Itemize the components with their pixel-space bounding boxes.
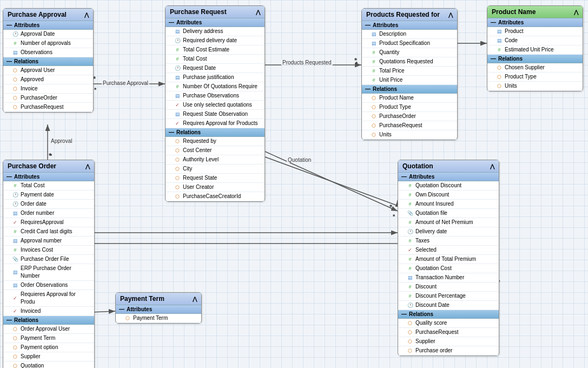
row-payment-term-po: ⬡ Payment Term <box>3 334 94 343</box>
entity-quotation-title: Quotation <box>402 162 433 170</box>
entity-products-requested-header[interactable]: Products Requested for ⋀ <box>362 9 457 21</box>
row-units-prod: ⬡ Units <box>362 130 457 140</box>
row-purchaserequest: ⬡ PurchaseRequest <box>3 103 93 112</box>
entity-products-requested-title: Products Requested for <box>366 11 440 18</box>
entity-quotation-header[interactable]: Quotation ⋀ <box>398 160 499 173</box>
field-icon: ▤ <box>496 37 503 44</box>
minus-icon-rel: — <box>169 129 174 135</box>
entity-purchase-request: Purchase Request ⋀ — Attributes ▤ Delive… <box>165 5 265 202</box>
row-quot-discount: # Quotation Discount <box>398 181 499 190</box>
row-user-creator: ⬡ User Creator <box>166 183 265 192</box>
rel-icon: ⬡ <box>371 113 377 120</box>
clock-icon: 🕐 <box>407 302 413 308</box>
num-icon: # <box>12 40 18 47</box>
collapse-icon-prod[interactable]: ⋀ <box>448 12 453 18</box>
entity-quotation: Quotation ⋀ — Attributes # Quotation Dis… <box>398 160 499 356</box>
entity-payment-term-title: Payment Term <box>120 295 164 303</box>
row-purchaserequest-quot: ⬡ PurchaseRequest <box>398 328 499 337</box>
collapse-icon[interactable]: ⋀ <box>84 12 89 18</box>
purchase-approval-arrow-label: Purchase Approval <box>102 80 149 86</box>
row-order-approval-user: ⬡ Order Approval User <box>3 325 94 334</box>
rel-icon: ⬡ <box>12 344 18 351</box>
clock-icon: 🕐 <box>12 201 18 207</box>
row-observations: ▤ Observations <box>3 48 93 57</box>
attach-icon: 📎 <box>407 210 413 216</box>
row-request-state: ⬡ Request State <box>166 174 265 183</box>
row-own-discount: # Own Discount <box>398 190 499 200</box>
entity-payment-term-header[interactable]: Payment Term ⋀ <box>116 293 201 305</box>
row-quot-requested: # Quotations Requested <box>362 57 457 67</box>
row-supplier-quot: ⬡ Supplier <box>398 337 499 346</box>
collapse-icon-pn[interactable]: ⋀ <box>574 9 578 15</box>
row-description: ▤ Description <box>362 30 457 39</box>
section-relations-po: — Relations <box>3 316 94 325</box>
minus-icon: — <box>6 22 12 28</box>
num-icon: # <box>371 49 377 56</box>
rel-icon: ⬡ <box>12 86 18 92</box>
row-cc-last-digits: # Credit Card last digits <box>3 227 94 236</box>
row-total-premium: # Amount of Total Premium <box>398 255 499 264</box>
rel-icon: ⬡ <box>496 83 503 89</box>
rel-icon: ⬡ <box>174 156 181 163</box>
collapse-icon-pt[interactable]: ⋀ <box>193 296 197 302</box>
minus-icon: — <box>401 174 407 180</box>
collapse-icon-pr[interactable]: ⋀ <box>256 9 260 15</box>
field-icon: ▤ <box>371 31 377 37</box>
rel-icon: ⬡ <box>174 147 181 154</box>
num-icon: # <box>407 293 413 299</box>
minus-icon: — <box>169 19 174 25</box>
entity-purchase-request-header[interactable]: Purchase Request ⋀ <box>166 6 265 18</box>
clock-icon: 🕐 <box>407 228 413 235</box>
row-req-del-date: 🕐 Required delivery date <box>166 36 265 45</box>
rel-icon: ⬡ <box>12 326 18 332</box>
rel-icon: ⬡ <box>12 95 18 101</box>
section-attributes-pa: — Attributes <box>3 21 93 30</box>
entity-purchase-approval-header[interactable]: Purchase Approval ⋀ <box>3 9 93 21</box>
row-discount-pct: # Discount Percentage <box>398 292 499 301</box>
collapse-icon-quot[interactable]: ⋀ <box>490 163 494 169</box>
entity-purchase-order-header[interactable]: Purchase Order ⋀ <box>3 160 94 173</box>
rel-icon: ⬡ <box>407 338 413 345</box>
svg-text:*: * <box>389 203 393 211</box>
rel-icon: ⬡ <box>174 175 181 181</box>
row-quot-file: 📎 Quotation file <box>398 209 499 218</box>
num-icon: # <box>12 182 18 189</box>
entity-purchase-approval: Purchase Approval ⋀ — Attributes 🕐 Appro… <box>3 8 94 113</box>
section-attributes-pt: — Attributes <box>116 305 201 314</box>
num-icon: # <box>174 47 181 53</box>
rel-icon: ⬡ <box>12 104 18 110</box>
row-payment-term-val: ⬡ Payment Term <box>116 314 201 323</box>
field-icon: ▤ <box>174 28 181 35</box>
row-quality-score: ⬡ Quality score <box>398 319 499 328</box>
row-code: ▤ Code <box>487 36 583 45</box>
rel-icon: ⬡ <box>124 315 131 321</box>
products-requested-arrow-label: Products Requested <box>281 60 333 65</box>
row-product-type-pn: ⬡ Product Type <box>487 73 583 82</box>
section-relations-pn: — Relations <box>487 55 583 63</box>
svg-line-11 <box>265 152 398 211</box>
clock-icon: 🕐 <box>174 37 181 44</box>
row-product-type: ⬡ Product Type <box>362 103 457 112</box>
field-icon: ▤ <box>12 269 18 275</box>
num-icon: # <box>407 219 413 226</box>
field-icon: ▤ <box>407 274 413 281</box>
field-icon: ▤ <box>496 28 503 35</box>
row-discount: # Discount <box>398 282 499 292</box>
row-purchaseorder-prod: ⬡ PurchaseOrder <box>362 112 457 121</box>
row-num-quot: # Number Of Quotations Require <box>166 82 265 91</box>
field-icon: ▤ <box>12 210 18 216</box>
row-product: ▤ Product <box>487 27 583 36</box>
entity-product-name-header[interactable]: Product Name ⋀ <box>487 6 583 18</box>
row-quot-cost: # Quotation Cost <box>398 264 499 273</box>
bool-icon: ✓ <box>174 102 181 108</box>
collapse-icon-po[interactable]: ⋀ <box>85 163 90 169</box>
entity-products-requested: Products Requested for ⋀ — Attributes ▤ … <box>361 8 458 140</box>
row-transaction-num: ▤ Transaction Number <box>398 273 499 282</box>
mult-prod: * <box>355 61 358 67</box>
minus-icon-rel: — <box>491 56 496 62</box>
rel-icon: ⬡ <box>496 64 503 71</box>
section-attributes-pr: — Attributes <box>166 18 265 27</box>
row-purchase-case: ⬡ PurchaseCaseCreatorId <box>166 192 265 201</box>
num-icon: # <box>371 58 377 65</box>
row-order-date: 🕐 Order date <box>3 200 94 209</box>
